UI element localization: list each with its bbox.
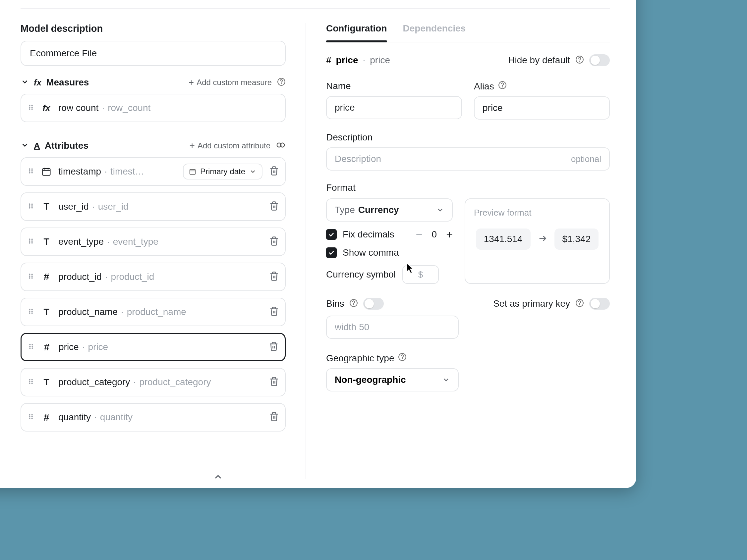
svg-point-22	[29, 204, 30, 205]
tab-dependencies[interactable]: Dependencies	[403, 23, 466, 42]
name-label: Name	[326, 81, 462, 91]
svg-point-61	[31, 416, 33, 417]
help-icon[interactable]	[575, 55, 584, 65]
primary-key-toggle[interactable]	[589, 298, 610, 310]
bins-width-input[interactable]: width 50	[326, 316, 459, 339]
chevron-up-icon[interactable]	[213, 472, 223, 482]
add-measure-button[interactable]: +Add custom measure	[188, 77, 272, 88]
drag-handle-icon[interactable]	[27, 308, 34, 316]
model-description-input[interactable]	[21, 41, 286, 66]
chevron-down-icon[interactable]	[21, 78, 29, 87]
svg-point-24	[29, 205, 30, 207]
attribute-row-event-type[interactable]: T event_type·event_type	[21, 228, 286, 256]
svg-point-37	[31, 275, 33, 277]
tab-configuration[interactable]: Configuration	[326, 23, 387, 42]
delete-button[interactable]	[269, 166, 279, 177]
attribute-row-timestamp[interactable]: timestamp·timest… Primary date	[21, 157, 286, 186]
show-comma-label: Show comma	[343, 247, 399, 258]
delete-button[interactable]	[269, 411, 279, 423]
drag-handle-icon[interactable]	[27, 413, 34, 422]
drag-handle-icon[interactable]	[27, 237, 34, 246]
delete-button[interactable]	[269, 271, 279, 283]
number-icon: #	[42, 341, 52, 353]
delete-button[interactable]	[269, 306, 279, 318]
svg-point-50	[29, 348, 31, 349]
increment-button[interactable]: +	[446, 229, 453, 240]
chevron-down-icon[interactable]	[21, 141, 29, 151]
svg-point-67	[502, 87, 503, 87]
decimals-value: 0	[432, 229, 437, 240]
svg-point-55	[31, 381, 33, 382]
drag-handle-icon[interactable]	[27, 343, 35, 351]
drag-handle-icon[interactable]	[27, 272, 34, 281]
decrement-button[interactable]: −	[416, 229, 422, 240]
svg-point-52	[29, 379, 30, 380]
svg-point-40	[29, 309, 30, 310]
description-input[interactable]: Description optional	[326, 148, 610, 170]
bins-toggle[interactable]	[363, 298, 384, 310]
show-comma-checkbox[interactable]	[326, 247, 337, 258]
help-icon[interactable]	[398, 353, 407, 364]
svg-point-63	[31, 418, 33, 419]
svg-point-41	[31, 309, 33, 310]
svg-point-48	[29, 346, 31, 347]
svg-point-33	[31, 242, 33, 244]
attribute-row-product-id[interactable]: # product_id·product_id	[21, 263, 286, 291]
help-icon[interactable]	[575, 299, 584, 309]
number-icon: #	[41, 271, 52, 283]
drag-handle-icon[interactable]	[27, 167, 34, 176]
add-attribute-button[interactable]: +Add custom attribute	[189, 140, 271, 151]
name-input[interactable]	[326, 96, 462, 119]
delete-button[interactable]	[269, 201, 279, 212]
attribute-row-product-name[interactable]: T product_name·product_name	[21, 298, 286, 326]
fix-decimals-label: Fix decimals	[343, 229, 394, 240]
number-icon: #	[326, 55, 331, 65]
description-label: Description	[326, 132, 610, 143]
field-identity: # price · price	[326, 55, 390, 65]
alias-label: Alias	[474, 81, 610, 92]
svg-point-10	[29, 168, 30, 170]
measures-title: Measures	[46, 77, 89, 88]
svg-point-51	[32, 348, 33, 349]
preview-format-box: Preview format 1341.514 $1,342	[465, 198, 610, 284]
drag-handle-icon[interactable]	[27, 104, 34, 112]
help-icon[interactable]	[277, 78, 286, 87]
svg-point-53	[31, 379, 33, 380]
svg-point-49	[32, 346, 33, 347]
link-icon[interactable]	[276, 140, 286, 151]
drag-handle-icon[interactable]	[27, 378, 34, 386]
attribute-row-product-category[interactable]: T product_category·product_category	[21, 368, 286, 396]
delete-button[interactable]	[269, 376, 279, 388]
decimals-stepper[interactable]: − 0 +	[416, 229, 453, 240]
fix-decimals-checkbox[interactable]	[326, 229, 337, 240]
hide-by-default-label: Hide by default	[508, 55, 570, 65]
field-label: price·price	[59, 342, 262, 352]
svg-point-46	[29, 344, 31, 345]
geographic-type-select[interactable]: Non-geographic	[326, 368, 459, 392]
primary-date-select[interactable]: Primary date	[183, 164, 262, 180]
svg-point-39	[31, 277, 33, 279]
svg-point-54	[29, 381, 30, 382]
geographic-type-label: Geographic type	[326, 353, 610, 364]
field-label: quantity·quantity	[58, 412, 262, 423]
attribute-icon: A	[34, 141, 40, 151]
measure-row[interactable]: fx row count·row_count	[21, 94, 286, 122]
svg-point-32	[29, 242, 30, 244]
delete-button[interactable]	[269, 341, 279, 353]
svg-point-28	[29, 239, 30, 240]
alias-input[interactable]	[474, 96, 610, 119]
format-type-select[interactable]: TypeCurrency	[326, 198, 453, 221]
format-label: Format	[326, 183, 610, 193]
help-icon[interactable]	[349, 299, 358, 309]
attribute-row-user-id[interactable]: T user_id·user_id	[21, 192, 286, 221]
attribute-row-price[interactable]: # price·price	[21, 333, 286, 361]
arrow-right-icon	[538, 234, 547, 244]
help-icon[interactable]	[498, 81, 507, 92]
field-label: row count·row_count	[58, 103, 279, 113]
drag-handle-icon[interactable]	[27, 202, 34, 211]
svg-point-1	[281, 83, 281, 84]
attribute-row-quantity[interactable]: # quantity·quantity	[21, 403, 286, 431]
svg-point-43	[31, 311, 33, 312]
hide-by-default-toggle[interactable]	[589, 54, 610, 66]
delete-button[interactable]	[269, 236, 279, 247]
